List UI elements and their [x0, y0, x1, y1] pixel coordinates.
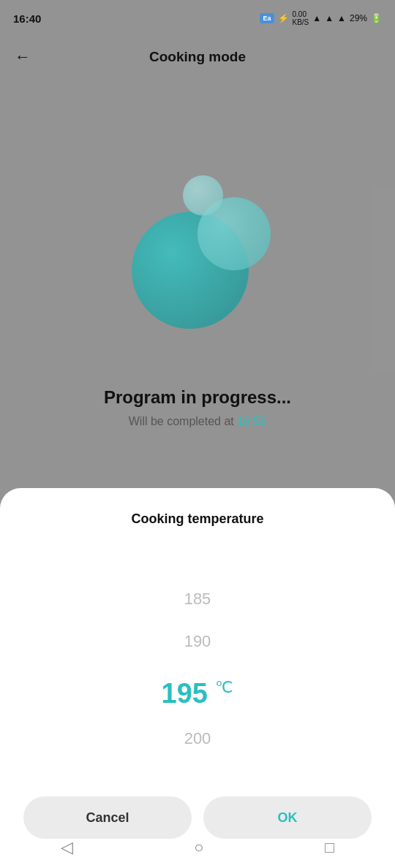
data-rate: 0.00KB/S [293, 10, 309, 26]
status-bar: 16:40 Ea ⚡ 0.00KB/S ▲ ▲ ▲ 29% 🔋 [0, 0, 395, 37]
bottom-navigation: ◁ ○ □ [0, 827, 395, 868]
temp-185[interactable]: 185 [0, 578, 395, 620]
nav-back-icon[interactable]: ◁ [61, 838, 73, 857]
subtitle-text: Will be completed at [129, 415, 238, 427]
nav-recent-icon[interactable]: □ [325, 838, 334, 857]
bubble-small [183, 175, 223, 216]
progress-subtitle: Will be completed at 16:56 [0, 415, 395, 428]
progress-title: Program in progress... [0, 387, 395, 408]
nav-bar: ← Cooking mode [0, 37, 395, 77]
battery-icon: 🔋 [371, 13, 382, 23]
bluetooth-icon: ⚡ [278, 13, 289, 23]
temp-unit: ℃ [215, 678, 233, 696]
temperature-picker[interactable]: 185 190 195 ℃ 200 [0, 541, 395, 796]
wifi-icon: ▲ [312, 13, 321, 23]
progress-text-area: Program in progress... Will be completed… [0, 387, 395, 428]
bubble-container [117, 168, 278, 329]
status-time: 16:40 [13, 12, 41, 25]
temp-195-selected[interactable]: 195 ℃ [0, 663, 395, 718]
page-title: Cooking mode [149, 49, 246, 65]
signal-icon-2: ▲ [337, 13, 346, 23]
signal-icon: ▲ [325, 13, 334, 23]
animation-area [0, 95, 395, 402]
nav-home-icon[interactable]: ○ [194, 838, 203, 857]
battery-percent: 29% [350, 13, 367, 23]
completion-time: 16:56 [237, 415, 266, 427]
back-button[interactable]: ← [15, 47, 31, 66]
status-icons: Ea ⚡ 0.00KB/S ▲ ▲ ▲ 29% 🔋 [260, 10, 382, 26]
sheet-title: Cooking temperature [131, 511, 263, 527]
temp-190[interactable]: 190 [0, 620, 395, 663]
activity-indicator: Ea [260, 13, 274, 23]
temp-200[interactable]: 200 [0, 717, 395, 760]
bottom-sheet: Cooking temperature 185 190 195 ℃ 200 Ca… [0, 488, 395, 868]
